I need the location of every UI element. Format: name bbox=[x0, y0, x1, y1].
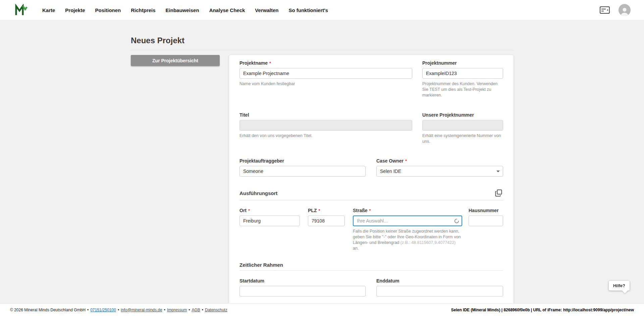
nav-item-projekte[interactable]: Projekte bbox=[65, 7, 85, 13]
title-divider bbox=[131, 50, 513, 50]
footer-session-info: Selen IDE (Mineral Minds) | 8268960f0e0b… bbox=[451, 308, 634, 312]
nav-menu: Karte Projekte Positionen Richtpreis Ein… bbox=[42, 7, 328, 13]
server-icon[interactable] bbox=[600, 6, 610, 14]
footer-left: © 2026 Mineral Minds Deutschland GmbH • … bbox=[10, 308, 227, 312]
footer-email-link[interactable]: info@mineral-minds.de bbox=[121, 308, 162, 312]
projektauftraggeber-input[interactable] bbox=[239, 166, 366, 177]
titel-label: Titel bbox=[239, 112, 412, 118]
user-avatar[interactable] bbox=[619, 4, 631, 16]
section-title-ausfuehrungsort: Ausführungsort bbox=[239, 190, 277, 196]
ort-label: Ort * bbox=[239, 208, 300, 213]
required-asterisk: * bbox=[248, 208, 250, 213]
required-asterisk: * bbox=[369, 208, 371, 213]
projektnummer-label: Projektnummer bbox=[422, 60, 503, 66]
case-owner-select[interactable]: Selen IDE bbox=[376, 166, 503, 177]
required-asterisk: * bbox=[318, 208, 320, 213]
enddatum-input[interactable] bbox=[376, 286, 503, 297]
nav-item-karte[interactable]: Karte bbox=[42, 7, 55, 13]
top-navigation: Karte Projekte Positionen Richtpreis Ein… bbox=[0, 0, 644, 20]
strasse-helper: Falls die Position keiner Straße zugeord… bbox=[353, 229, 462, 251]
section-divider bbox=[239, 200, 503, 200]
projektnummer-helper: Projektnummer des Kunden. Verwenden Sie … bbox=[422, 81, 503, 98]
left-column: Zur Projektübersicht bbox=[131, 55, 220, 66]
copy-button[interactable] bbox=[494, 189, 503, 197]
nav-item-einbauweisen[interactable]: Einbauweisen bbox=[166, 7, 199, 13]
projektauftraggeber-label: Projektauftraggeber bbox=[239, 158, 366, 164]
required-asterisk: * bbox=[269, 61, 271, 66]
projektname-input[interactable] bbox=[239, 68, 412, 79]
ort-input[interactable] bbox=[239, 215, 300, 226]
page-content: Neues Projekt Zur Projektübersicht Proje… bbox=[131, 20, 513, 316]
logo-icon bbox=[15, 4, 28, 16]
case-owner-label: Case Owner * bbox=[376, 158, 503, 164]
unsere-projektnummer-label: Unsere Projektnummer bbox=[422, 112, 503, 118]
hausnummer-label: Hausnummer bbox=[469, 208, 503, 213]
required-asterisk: * bbox=[405, 159, 407, 164]
plz-label: PLZ * bbox=[308, 208, 345, 213]
section-title-zeitlicher-rahmen: Zeitlicher Rahmen bbox=[239, 262, 283, 268]
unsere-projektnummer-input bbox=[422, 120, 503, 131]
nav-item-richtpreis[interactable]: Richtpreis bbox=[131, 7, 155, 13]
footer-copyright: © 2026 Mineral Minds Deutschland GmbH bbox=[10, 308, 86, 312]
logo[interactable] bbox=[15, 3, 28, 17]
projektname-label: Projektname * bbox=[239, 60, 412, 66]
page-title: Neues Projekt bbox=[131, 36, 513, 45]
nav-item-so-funktionierts[interactable]: So funktioniert's bbox=[288, 7, 328, 13]
projektname-helper: Name vom Kunden festlegbar bbox=[239, 81, 412, 87]
nav-item-verwalten[interactable]: Verwalten bbox=[255, 7, 278, 13]
strasse-input[interactable] bbox=[353, 215, 462, 226]
footer: © 2026 Mineral Minds Deutschland GmbH • … bbox=[0, 303, 644, 316]
footer-agb-link[interactable]: AGB bbox=[192, 308, 200, 312]
hausnummer-input[interactable] bbox=[469, 215, 503, 226]
loading-spinner-icon bbox=[454, 218, 459, 224]
footer-impressum-link[interactable]: Impressum bbox=[167, 308, 187, 312]
nav-item-positionen[interactable]: Positionen bbox=[95, 7, 121, 13]
nav-item-analyse-check[interactable]: Analyse Check bbox=[209, 7, 245, 13]
projektnummer-input[interactable] bbox=[422, 68, 503, 79]
footer-phone-link[interactable]: 07151/250100 bbox=[90, 308, 116, 312]
help-button[interactable]: Hilfe? bbox=[609, 281, 630, 291]
plz-input[interactable] bbox=[308, 215, 345, 226]
back-to-overview-button[interactable]: Zur Projektübersicht bbox=[131, 55, 220, 66]
section-divider bbox=[239, 270, 503, 271]
enddatum-label: Enddatum bbox=[376, 278, 503, 283]
titel-input bbox=[239, 120, 412, 131]
copy-icon bbox=[495, 189, 502, 197]
unsere-projektnummer-helper: Erhält eine systemgenerierte Nummer von … bbox=[422, 133, 503, 144]
titel-helper: Erhält den von uns vorgegebenen Titel. bbox=[239, 133, 412, 139]
footer-datenschutz-link[interactable]: Datenschutz bbox=[205, 308, 227, 312]
new-project-form-card: Projektname * Name vom Kunden festlegbar… bbox=[229, 55, 514, 305]
chevron-down-icon bbox=[496, 171, 500, 172]
startdatum-label: Startdatum bbox=[239, 278, 366, 283]
startdatum-input[interactable] bbox=[239, 286, 366, 297]
server-icon-glyph bbox=[600, 6, 610, 14]
person-icon bbox=[620, 6, 630, 16]
nav-right-group bbox=[600, 4, 631, 16]
strasse-label: Straße * bbox=[353, 208, 462, 213]
